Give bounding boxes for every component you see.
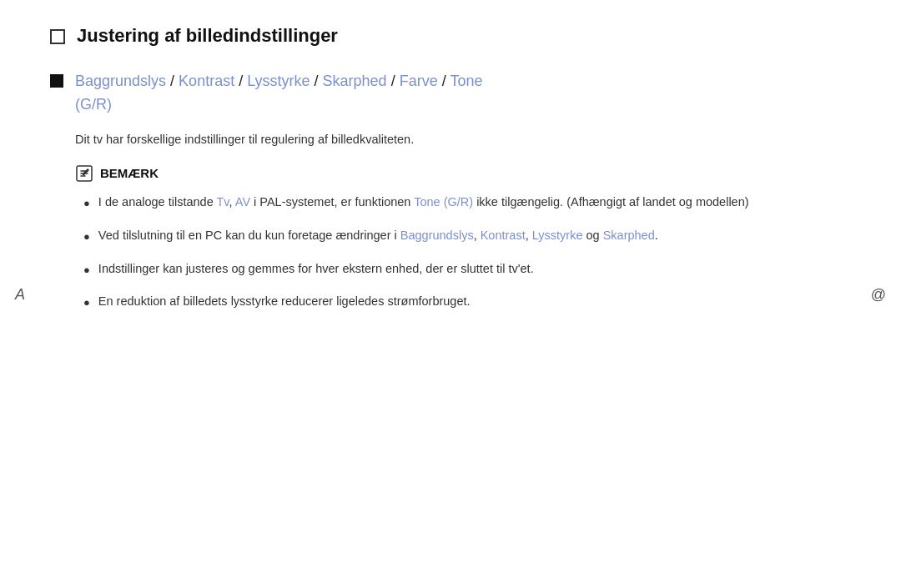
link-lysstyrke[interactable]: Lysstyrke xyxy=(247,73,310,89)
link-skarphed[interactable]: Skarphed xyxy=(323,73,387,89)
section-header: Justering af billedindstillinger xyxy=(50,25,851,47)
note-header: BEMÆRK xyxy=(75,164,851,183)
sep3: / xyxy=(315,73,323,89)
page-container: A @ Justering af billedindstillinger Bag… xyxy=(0,0,901,588)
sep5: / xyxy=(442,73,450,89)
subsection: Baggrundslys / Kontrast / Lysstyrke / Sk… xyxy=(50,70,851,117)
list-item: I de analoge tilstande Tv, AV i PAL-syst… xyxy=(83,193,851,213)
link-farve[interactable]: Farve xyxy=(400,73,438,89)
list-item: Ved tilslutning til en PC kan du kun for… xyxy=(83,226,851,246)
black-square-icon xyxy=(50,74,63,88)
checkbox-icon xyxy=(50,29,65,44)
bullet-text-1: I de analoge tilstande Tv, AV i PAL-syst… xyxy=(98,193,851,212)
note-icon xyxy=(75,164,93,183)
link-av[interactable]: AV xyxy=(235,195,250,209)
link-lysstyrke-note[interactable]: Lysstyrke xyxy=(532,229,583,242)
link-tv[interactable]: Tv xyxy=(216,195,229,209)
sep2: / xyxy=(239,73,247,89)
bullet-text-4: En reduktion af billedets lysstyrke redu… xyxy=(98,292,851,311)
note-svg-icon xyxy=(75,164,93,183)
bullet-list: I de analoge tilstande Tv, AV i PAL-syst… xyxy=(83,193,851,312)
link-baggrundslys-note[interactable]: Baggrundslys xyxy=(400,229,474,242)
link-skarphed-note[interactable]: Skarphed xyxy=(603,229,655,242)
side-label-a: A xyxy=(15,285,25,303)
sep1: / xyxy=(170,73,179,89)
link-tone-gr-note[interactable]: Tone (G/R) xyxy=(414,195,473,209)
list-item: Indstillinger kan justeres og gemmes for… xyxy=(83,259,851,279)
link-kontrast[interactable]: Kontrast xyxy=(179,73,234,89)
section-title: Justering af billedindstillinger xyxy=(77,25,338,47)
sep4: / xyxy=(391,73,400,89)
side-label-at: @ xyxy=(871,285,886,303)
bullet-text-3: Indstillinger kan justeres og gemmes for… xyxy=(98,259,851,279)
description-text: Dit tv har forskellige indstillinger til… xyxy=(75,130,851,149)
list-item: En reduktion af billedets lysstyrke redu… xyxy=(83,292,851,312)
note-section: BEMÆRK I de analoge tilstande Tv, AV i P… xyxy=(75,164,851,312)
link-baggrundslys[interactable]: Baggrundslys xyxy=(75,73,166,89)
link-kontrast-note[interactable]: Kontrast xyxy=(481,229,526,242)
note-label: BEMÆRK xyxy=(100,166,159,180)
subsection-title: Baggrundslys / Kontrast / Lysstyrke / Sk… xyxy=(75,70,482,117)
bullet-text-2: Ved tilslutning til en PC kan du kun for… xyxy=(98,226,851,245)
